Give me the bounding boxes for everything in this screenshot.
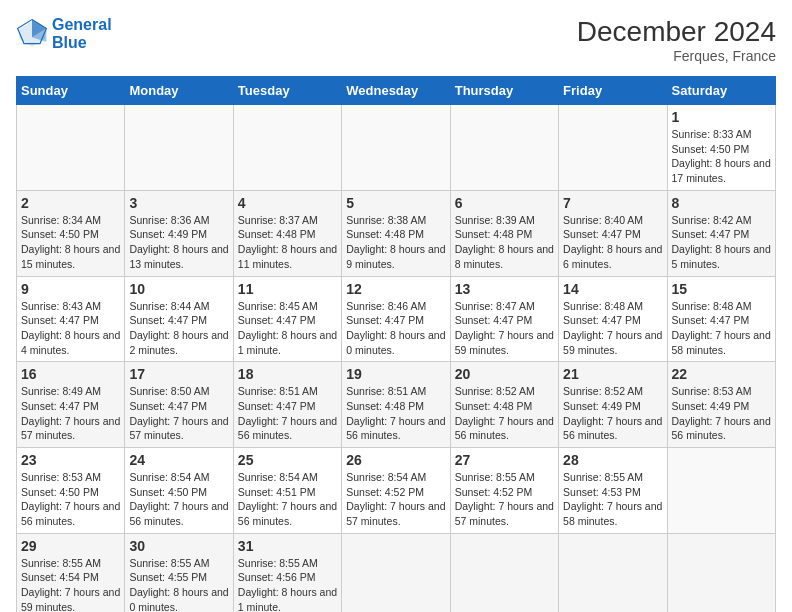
day-info: Sunrise: 8:55 AMSunset: 4:55 PMDaylight:… (129, 556, 228, 612)
calendar-cell (233, 105, 341, 191)
calendar-cell: 27Sunrise: 8:55 AMSunset: 4:52 PMDayligh… (450, 448, 558, 534)
calendar-cell (450, 533, 558, 612)
day-number: 13 (455, 281, 554, 297)
day-info: Sunrise: 8:50 AMSunset: 4:47 PMDaylight:… (129, 384, 228, 443)
calendar-cell: 21Sunrise: 8:52 AMSunset: 4:49 PMDayligh… (559, 362, 667, 448)
day-number: 7 (563, 195, 662, 211)
day-number: 8 (672, 195, 771, 211)
calendar-week-row: 23Sunrise: 8:53 AMSunset: 4:50 PMDayligh… (17, 448, 776, 534)
day-info: Sunrise: 8:44 AMSunset: 4:47 PMDaylight:… (129, 299, 228, 358)
page-subtitle: Ferques, France (577, 48, 776, 64)
day-number: 11 (238, 281, 337, 297)
day-info: Sunrise: 8:42 AMSunset: 4:47 PMDaylight:… (672, 213, 771, 272)
calendar-cell: 31Sunrise: 8:55 AMSunset: 4:56 PMDayligh… (233, 533, 341, 612)
day-info: Sunrise: 8:51 AMSunset: 4:47 PMDaylight:… (238, 384, 337, 443)
calendar-cell (125, 105, 233, 191)
calendar-cell (667, 533, 775, 612)
day-info: Sunrise: 8:55 AMSunset: 4:53 PMDaylight:… (563, 470, 662, 529)
day-number: 9 (21, 281, 120, 297)
day-number: 27 (455, 452, 554, 468)
day-info: Sunrise: 8:38 AMSunset: 4:48 PMDaylight:… (346, 213, 445, 272)
day-info: Sunrise: 8:45 AMSunset: 4:47 PMDaylight:… (238, 299, 337, 358)
day-number: 12 (346, 281, 445, 297)
calendar-cell: 14Sunrise: 8:48 AMSunset: 4:47 PMDayligh… (559, 276, 667, 362)
day-number: 5 (346, 195, 445, 211)
calendar-cell (17, 105, 125, 191)
calendar-week-row: 2Sunrise: 8:34 AMSunset: 4:50 PMDaylight… (17, 190, 776, 276)
calendar-week-row: 29Sunrise: 8:55 AMSunset: 4:54 PMDayligh… (17, 533, 776, 612)
calendar-week-row: 1Sunrise: 8:33 AMSunset: 4:50 PMDaylight… (17, 105, 776, 191)
calendar-cell: 13Sunrise: 8:47 AMSunset: 4:47 PMDayligh… (450, 276, 558, 362)
day-info: Sunrise: 8:48 AMSunset: 4:47 PMDaylight:… (672, 299, 771, 358)
day-info: Sunrise: 8:52 AMSunset: 4:49 PMDaylight:… (563, 384, 662, 443)
day-number: 6 (455, 195, 554, 211)
column-header-thursday: Thursday (450, 77, 558, 105)
calendar-cell: 1Sunrise: 8:33 AMSunset: 4:50 PMDaylight… (667, 105, 775, 191)
calendar-cell: 9Sunrise: 8:43 AMSunset: 4:47 PMDaylight… (17, 276, 125, 362)
day-number: 10 (129, 281, 228, 297)
calendar-cell: 20Sunrise: 8:52 AMSunset: 4:48 PMDayligh… (450, 362, 558, 448)
day-info: Sunrise: 8:47 AMSunset: 4:47 PMDaylight:… (455, 299, 554, 358)
day-info: Sunrise: 8:52 AMSunset: 4:48 PMDaylight:… (455, 384, 554, 443)
day-info: Sunrise: 8:51 AMSunset: 4:48 PMDaylight:… (346, 384, 445, 443)
calendar-cell: 11Sunrise: 8:45 AMSunset: 4:47 PMDayligh… (233, 276, 341, 362)
day-info: Sunrise: 8:48 AMSunset: 4:47 PMDaylight:… (563, 299, 662, 358)
column-header-sunday: Sunday (17, 77, 125, 105)
calendar-cell (342, 533, 450, 612)
calendar-cell: 3Sunrise: 8:36 AMSunset: 4:49 PMDaylight… (125, 190, 233, 276)
calendar-week-row: 9Sunrise: 8:43 AMSunset: 4:47 PMDaylight… (17, 276, 776, 362)
day-number: 20 (455, 366, 554, 382)
calendar-table: SundayMondayTuesdayWednesdayThursdayFrid… (16, 76, 776, 612)
day-info: Sunrise: 8:54 AMSunset: 4:50 PMDaylight:… (129, 470, 228, 529)
logo-icon (16, 18, 48, 50)
day-number: 1 (672, 109, 771, 125)
day-number: 14 (563, 281, 662, 297)
column-header-saturday: Saturday (667, 77, 775, 105)
calendar-cell (667, 448, 775, 534)
calendar-cell: 10Sunrise: 8:44 AMSunset: 4:47 PMDayligh… (125, 276, 233, 362)
calendar-cell: 23Sunrise: 8:53 AMSunset: 4:50 PMDayligh… (17, 448, 125, 534)
day-info: Sunrise: 8:43 AMSunset: 4:47 PMDaylight:… (21, 299, 120, 358)
calendar-cell: 19Sunrise: 8:51 AMSunset: 4:48 PMDayligh… (342, 362, 450, 448)
day-info: Sunrise: 8:55 AMSunset: 4:54 PMDaylight:… (21, 556, 120, 612)
day-number: 31 (238, 538, 337, 554)
calendar-cell: 22Sunrise: 8:53 AMSunset: 4:49 PMDayligh… (667, 362, 775, 448)
page-header: General Blue December 2024 Ferques, Fran… (16, 16, 776, 64)
logo: General Blue (16, 16, 112, 52)
calendar-cell: 8Sunrise: 8:42 AMSunset: 4:47 PMDaylight… (667, 190, 775, 276)
day-info: Sunrise: 8:55 AMSunset: 4:52 PMDaylight:… (455, 470, 554, 529)
calendar-cell (450, 105, 558, 191)
day-number: 2 (21, 195, 120, 211)
calendar-cell: 26Sunrise: 8:54 AMSunset: 4:52 PMDayligh… (342, 448, 450, 534)
day-number: 29 (21, 538, 120, 554)
calendar-cell: 6Sunrise: 8:39 AMSunset: 4:48 PMDaylight… (450, 190, 558, 276)
calendar-cell: 24Sunrise: 8:54 AMSunset: 4:50 PMDayligh… (125, 448, 233, 534)
day-number: 4 (238, 195, 337, 211)
day-info: Sunrise: 8:46 AMSunset: 4:47 PMDaylight:… (346, 299, 445, 358)
calendar-cell: 28Sunrise: 8:55 AMSunset: 4:53 PMDayligh… (559, 448, 667, 534)
column-header-friday: Friday (559, 77, 667, 105)
calendar-cell: 15Sunrise: 8:48 AMSunset: 4:47 PMDayligh… (667, 276, 775, 362)
day-info: Sunrise: 8:36 AMSunset: 4:49 PMDaylight:… (129, 213, 228, 272)
day-number: 16 (21, 366, 120, 382)
calendar-cell: 5Sunrise: 8:38 AMSunset: 4:48 PMDaylight… (342, 190, 450, 276)
calendar-header-row: SundayMondayTuesdayWednesdayThursdayFrid… (17, 77, 776, 105)
page-title: December 2024 (577, 16, 776, 48)
day-number: 30 (129, 538, 228, 554)
day-number: 19 (346, 366, 445, 382)
day-number: 3 (129, 195, 228, 211)
logo-text: General Blue (52, 16, 112, 52)
day-info: Sunrise: 8:55 AMSunset: 4:56 PMDaylight:… (238, 556, 337, 612)
day-info: Sunrise: 8:53 AMSunset: 4:49 PMDaylight:… (672, 384, 771, 443)
column-header-tuesday: Tuesday (233, 77, 341, 105)
calendar-cell: 2Sunrise: 8:34 AMSunset: 4:50 PMDaylight… (17, 190, 125, 276)
day-number: 26 (346, 452, 445, 468)
day-number: 18 (238, 366, 337, 382)
calendar-week-row: 16Sunrise: 8:49 AMSunset: 4:47 PMDayligh… (17, 362, 776, 448)
calendar-cell: 12Sunrise: 8:46 AMSunset: 4:47 PMDayligh… (342, 276, 450, 362)
calendar-cell (342, 105, 450, 191)
day-number: 24 (129, 452, 228, 468)
day-number: 23 (21, 452, 120, 468)
calendar-cell: 7Sunrise: 8:40 AMSunset: 4:47 PMDaylight… (559, 190, 667, 276)
calendar-cell: 17Sunrise: 8:50 AMSunset: 4:47 PMDayligh… (125, 362, 233, 448)
